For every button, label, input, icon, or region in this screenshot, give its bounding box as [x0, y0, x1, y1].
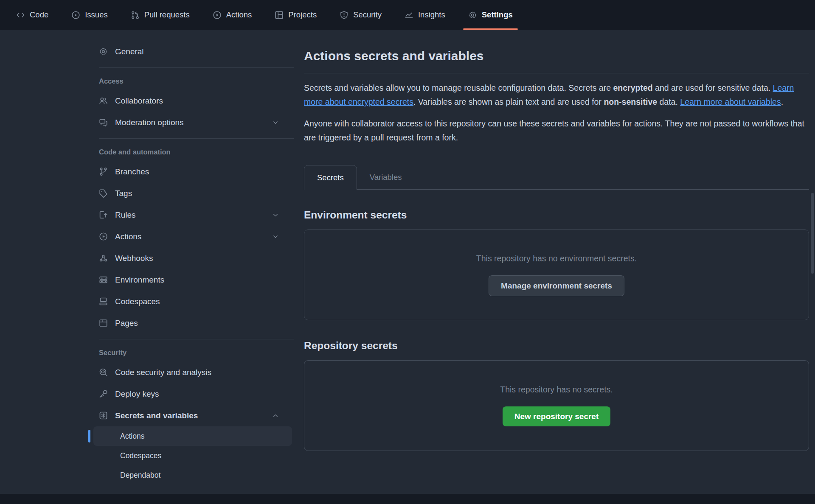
sidebar-item-label: Actions: [115, 232, 141, 241]
sidebar-section-access: Access: [99, 75, 294, 87]
key-icon: [99, 389, 108, 398]
sidebar-item-label: Codespaces: [115, 297, 160, 306]
sidebar-item-label: General: [115, 47, 144, 56]
nav-tab-label: Security: [353, 10, 382, 20]
sidebar-item-actions[interactable]: Actions: [88, 226, 294, 247]
sidebar-item-environments[interactable]: Environments: [88, 269, 294, 291]
sidebar-item-label: Dependabot: [120, 471, 160, 480]
rules-icon: [99, 210, 108, 219]
sidebar-item-label: Actions: [120, 432, 144, 441]
secrets-variables-tabnav: Secrets Variables: [304, 165, 809, 190]
manage-environment-secrets-button[interactable]: Manage environment secrets: [489, 275, 624, 297]
chevron-down-icon: [272, 119, 279, 126]
sidebar-item-label: Deploy keys: [115, 389, 159, 399]
sidebar-item-branches[interactable]: Branches: [88, 161, 294, 182]
sidebar-item-collaborators[interactable]: Collaborators: [88, 90, 294, 112]
sidebar-item-label: Secrets and variables: [115, 411, 198, 420]
environment-secrets-empty-message: This repository has no environment secre…: [476, 254, 637, 263]
sidebar-item-label: Tags: [115, 189, 132, 198]
intro-text: Secrets and variables allow you to manag…: [304, 83, 613, 92]
sidebar-item-rules[interactable]: Rules: [88, 204, 294, 226]
tab-secrets[interactable]: Secrets: [304, 165, 357, 190]
nav-tab-label: Projects: [288, 10, 317, 20]
nav-tab-label: Issues: [85, 10, 107, 20]
sidebar-item-secrets-and-variables[interactable]: Secrets and variables: [88, 405, 294, 426]
sidebar-item-tags[interactable]: Tags: [88, 182, 294, 204]
chevron-down-icon: [272, 233, 279, 241]
nav-tab-projects[interactable]: Projects: [275, 0, 317, 30]
settings-sidebar: General Access Collaborators Moderation …: [88, 30, 294, 485]
sidebar-item-code-security-analysis[interactable]: Code security and analysis: [88, 361, 294, 383]
intro-bold-non-sensitive: non-sensitive: [604, 97, 657, 106]
repo-nav: Code Issues Pull requests Actions Projec…: [0, 0, 815, 30]
sidebar-subitem-codespaces[interactable]: Codespaces: [93, 446, 292, 465]
sidebar-divider: [99, 138, 294, 139]
sidebar-item-general[interactable]: General: [88, 41, 294, 62]
sidebar-subitem-dependabot[interactable]: Dependabot: [93, 465, 292, 485]
code-icon: [16, 11, 25, 20]
people-icon: [99, 96, 108, 105]
sidebar-item-label: Moderation options: [115, 118, 184, 127]
nav-tab-settings[interactable]: Settings: [468, 0, 513, 30]
intro-bold-encrypted: encrypted: [613, 83, 652, 92]
nav-tab-label: Code: [30, 10, 48, 20]
github-repo-settings-page: Code Issues Pull requests Actions Projec…: [0, 0, 815, 504]
sidebar-section-security: Security: [99, 346, 294, 359]
play-circle-icon: [213, 11, 222, 20]
nav-tab-insights[interactable]: Insights: [405, 0, 445, 30]
sidebar-subitem-actions[interactable]: Actions: [93, 426, 292, 446]
nav-tab-security[interactable]: Security: [340, 0, 382, 30]
sidebar-item-pages[interactable]: Pages: [88, 312, 294, 334]
server-rows-icon: [99, 275, 108, 284]
repository-secrets-heading: Repository secrets: [304, 340, 809, 352]
sidebar-item-label: Webhooks: [115, 254, 153, 263]
sidebar-item-deploy-keys[interactable]: Deploy keys: [88, 383, 294, 405]
sidebar-item-moderation-options[interactable]: Moderation options: [88, 112, 294, 133]
link-learn-variables[interactable]: Learn more about variables: [680, 97, 781, 106]
new-repository-secret-button[interactable]: New repository secret: [503, 406, 611, 427]
chevron-down-icon: [272, 211, 279, 219]
sidebar-item-codespaces[interactable]: Codespaces: [88, 291, 294, 312]
page-title: Actions secrets and variables: [304, 48, 809, 64]
scrollbar-thumb[interactable]: [811, 193, 814, 274]
sidebar-item-label: Environments: [115, 275, 164, 285]
nav-tab-label: Pull requests: [144, 10, 190, 20]
issue-opened-icon: [71, 11, 80, 20]
environment-secrets-heading: Environment secrets: [304, 209, 809, 221]
codespaces-icon: [99, 297, 108, 306]
nav-tab-actions[interactable]: Actions: [213, 0, 252, 30]
nav-tab-code[interactable]: Code: [16, 0, 48, 30]
codescan-icon: [99, 368, 108, 377]
sidebar-item-label: Codespaces: [120, 451, 161, 460]
environment-secrets-box: This repository has no environment secre…: [304, 230, 809, 320]
sidebar-item-label: Rules: [115, 210, 136, 220]
nav-tab-issues[interactable]: Issues: [71, 0, 107, 30]
webhook-icon: [99, 254, 108, 263]
nav-tab-label: Settings: [482, 10, 513, 20]
sidebar-item-label: Branches: [115, 167, 149, 176]
asterisk-box-icon: [99, 411, 108, 420]
sidebar-section-code-automation: Code and automation: [99, 146, 294, 158]
comment-discussion-icon: [99, 118, 108, 127]
repository-secrets-empty-message: This repository has no secrets.: [500, 385, 613, 395]
git-branch-icon: [99, 167, 108, 176]
play-circle-icon: [99, 232, 108, 241]
projects-table-icon: [275, 11, 284, 20]
chevron-up-icon: [272, 412, 279, 420]
sidebar-item-label: Code security and analysis: [115, 368, 211, 377]
shield-icon: [340, 11, 348, 20]
sidebar-item-webhooks[interactable]: Webhooks: [88, 247, 294, 269]
intro-paragraph: Secrets and variables allow you to manag…: [304, 81, 809, 109]
intro-text: . Variables are shown as plain text and …: [413, 97, 604, 106]
sidebar-item-label: Collaborators: [115, 96, 163, 106]
nav-tab-label: Actions: [226, 10, 252, 20]
gear-icon: [468, 11, 477, 20]
browser-icon: [99, 319, 108, 328]
tag-icon: [99, 189, 108, 198]
intro-text: and are used for sensitive data.: [653, 83, 773, 92]
main-content: Actions secrets and variables Secrets an…: [304, 30, 809, 451]
sidebar-divider: [99, 339, 294, 339]
gear-icon: [99, 47, 108, 56]
nav-tab-pull-requests[interactable]: Pull requests: [131, 0, 190, 30]
tab-variables[interactable]: Variables: [357, 165, 415, 189]
